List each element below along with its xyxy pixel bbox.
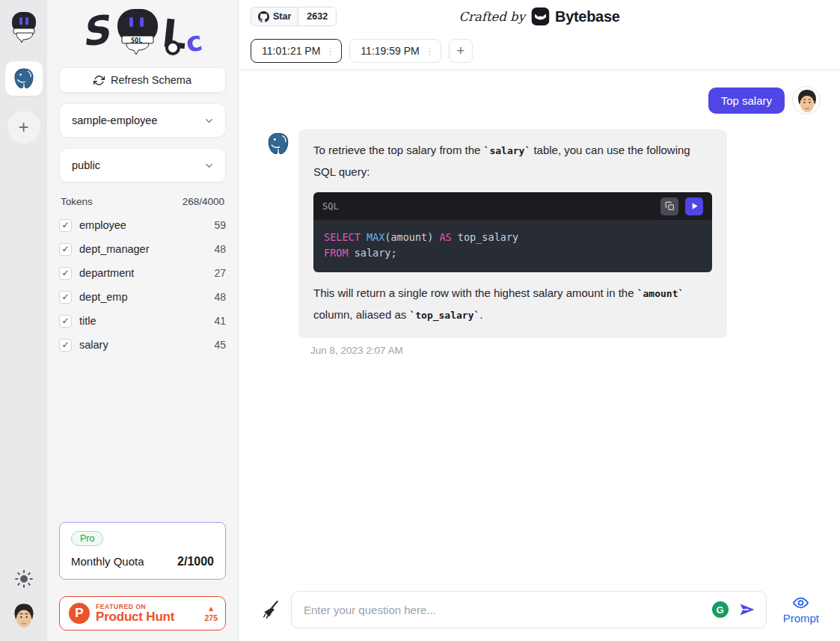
- tab-bar: 11:01:21 PM ⋮ 11:19:59 PM ⋮ +: [239, 33, 840, 70]
- refresh-icon: [93, 75, 105, 86]
- sidebar-spacer: [59, 357, 226, 522]
- profile-avatar[interactable]: [10, 601, 38, 632]
- sqlchat-app: + S: [0, 0, 840, 641]
- table-row: ✓ title 41: [59, 309, 226, 333]
- table-name: department: [79, 267, 206, 279]
- inline-code-top-salary: `top_salary`: [409, 310, 479, 321]
- connection-select-value: sample-employee: [72, 114, 157, 126]
- crafted-by-label: Crafted by: [459, 10, 525, 24]
- table-row: ✓ salary 45: [59, 333, 226, 357]
- user-message-row: Top salary: [266, 86, 821, 114]
- table-checkbox[interactable]: ✓: [59, 267, 72, 280]
- postgresql-icon: [12, 67, 36, 91]
- table-name: dept_emp: [79, 291, 206, 303]
- user-message-bubble: Top salary: [708, 88, 785, 114]
- grammarly-icon[interactable]: G: [712, 601, 729, 618]
- table-checkbox[interactable]: ✓: [59, 243, 72, 256]
- sql-code-body: SELECT MAX(amount) AS top_salaryFROM sal…: [313, 220, 712, 272]
- tokens-value: 268/4000: [183, 196, 224, 207]
- table-row: ✓ department 27: [59, 261, 226, 285]
- table-checkbox[interactable]: ✓: [59, 291, 72, 304]
- crafted-by-brand[interactable]: Crafted by Bytebase: [459, 7, 619, 25]
- bytebase-logo-icon: [531, 7, 549, 25]
- product-hunt-name: Product Hunt: [96, 610, 198, 624]
- chevron-down-icon: [203, 115, 215, 126]
- table-row: ✓ dept_manager 48: [59, 237, 226, 261]
- quota-label: Monthly Quota: [71, 555, 144, 568]
- table-name: title: [79, 315, 206, 327]
- svg-text:SQL: SQL: [131, 37, 142, 44]
- table-row: ✓ dept_emp 48: [59, 285, 226, 309]
- conversation-tab[interactable]: 11:01:21 PM ⋮: [251, 39, 342, 63]
- play-icon: [690, 202, 699, 210]
- table-name: dept_manager: [79, 243, 206, 255]
- table-checkbox[interactable]: ✓: [59, 219, 72, 232]
- send-button[interactable]: [738, 601, 756, 619]
- chevron-down-icon: [203, 160, 215, 171]
- assistant-postgresql-avatar: [266, 131, 291, 156]
- table-token-count: 59: [214, 219, 226, 231]
- sidebar: S SQL L c Refresh Schema sample-employee: [47, 0, 239, 641]
- tab-label: 11:19:59 PM: [361, 45, 419, 57]
- assistant-paragraph-2: This will return a single row with the h…: [313, 283, 712, 326]
- new-tab-button[interactable]: +: [449, 39, 473, 63]
- upvote-count: 275: [204, 614, 218, 622]
- inline-code-amount: `amount`: [637, 288, 684, 299]
- new-connection-button[interactable]: +: [7, 111, 40, 144]
- eye-icon: [791, 595, 810, 611]
- svg-text:c: c: [183, 25, 204, 58]
- question-input[interactable]: [304, 604, 712, 616]
- code-line: SELECT MAX(amount) AS top_salary: [324, 230, 702, 245]
- prompt-label: Prompt: [783, 612, 819, 625]
- main-header: Star 2632 Crafted by Bytebase: [239, 0, 840, 33]
- connection-item-postgres[interactable]: [5, 61, 43, 96]
- clear-conversation-broom-icon[interactable]: [261, 600, 280, 619]
- prompt-button[interactable]: Prompt: [777, 595, 825, 625]
- tab-menu-dots-icon[interactable]: ⋮: [325, 46, 335, 57]
- message-timestamp: Jun 8, 2023 2:07 AM: [310, 345, 821, 356]
- tokens-row: Tokens 268/4000: [61, 196, 224, 207]
- table-row: ✓ employee 59: [59, 213, 226, 237]
- upvote-icon: ▲: [204, 605, 218, 613]
- sqlchat-bot-icon[interactable]: [7, 9, 40, 43]
- composer: G Prompt: [239, 591, 840, 628]
- svg-text:S: S: [78, 7, 114, 55]
- conversation-tab[interactable]: 11:19:59 PM ⋮: [349, 39, 441, 63]
- pro-plan-badge: Pro: [71, 531, 103, 546]
- user-avatar: [792, 86, 821, 114]
- connection-select[interactable]: sample-employee: [59, 103, 226, 138]
- tokens-label: Tokens: [61, 196, 93, 207]
- table-token-count: 48: [214, 291, 226, 303]
- theme-toggle-sun-icon[interactable]: [14, 569, 34, 589]
- copy-code-button[interactable]: [660, 197, 678, 215]
- github-icon: [258, 11, 269, 22]
- table-name: employee: [79, 219, 206, 231]
- table-token-count: 41: [214, 315, 226, 327]
- quota-value: 2/1000: [177, 555, 214, 568]
- github-star-button[interactable]: Star 2632: [251, 7, 337, 26]
- product-hunt-badge[interactable]: P FEATURED ON Product Hunt ▲ 275: [59, 596, 226, 631]
- bytebase-wordmark: Bytebase: [555, 8, 620, 25]
- table-checkbox[interactable]: ✓: [59, 339, 72, 352]
- refresh-schema-button[interactable]: Refresh Schema: [59, 67, 226, 93]
- assistant-message-bubble: To retrieve the top salary from the `sal…: [298, 129, 727, 338]
- table-token-count: 45: [214, 339, 226, 351]
- copy-icon: [665, 201, 675, 211]
- workspace-rail: +: [0, 0, 47, 641]
- table-list: ✓ employee 59 ✓ dept_manager 48 ✓ depart…: [59, 213, 226, 357]
- schema-select[interactable]: public: [59, 148, 226, 183]
- assistant-message-row: To retrieve the top salary from the `sal…: [266, 129, 821, 338]
- sqlchat-logo: S SQL L c: [59, 4, 226, 60]
- run-query-button[interactable]: [685, 197, 703, 215]
- code-language-label: SQL: [322, 196, 339, 217]
- table-token-count: 48: [214, 243, 226, 255]
- refresh-schema-label: Refresh Schema: [111, 74, 191, 86]
- table-checkbox[interactable]: ✓: [59, 315, 72, 328]
- inline-code-salary: `salary`: [484, 145, 531, 156]
- product-hunt-logo: P: [69, 603, 90, 624]
- star-label: Star: [273, 11, 291, 22]
- table-token-count: 27: [214, 267, 226, 279]
- table-name: salary: [79, 339, 206, 351]
- sql-code-block: SQL: [313, 192, 712, 272]
- tab-menu-dots-icon[interactable]: ⋮: [425, 46, 435, 57]
